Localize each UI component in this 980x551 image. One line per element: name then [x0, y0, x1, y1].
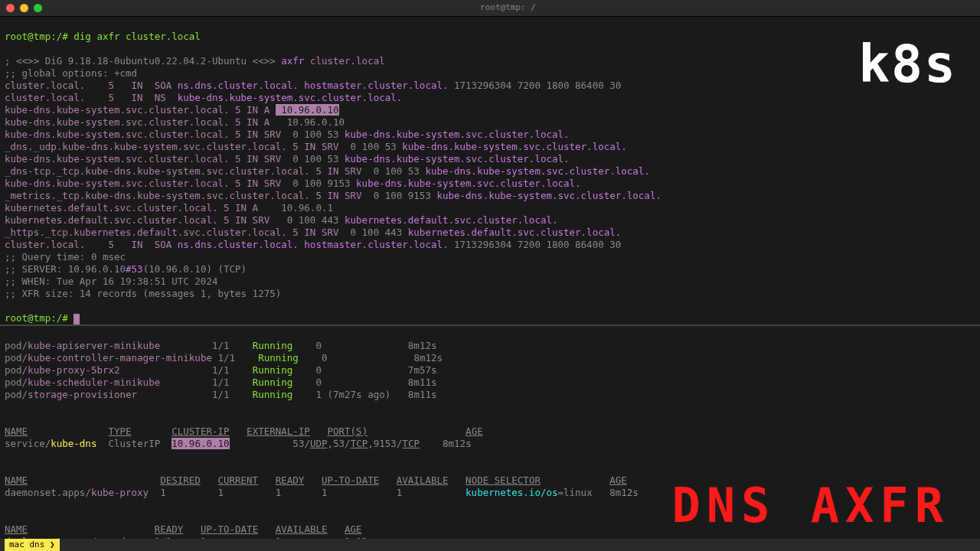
dig-options: ;; global options: +cmd	[5, 67, 137, 79]
shell-prompt-idle: root@tmp:/#	[5, 312, 74, 324]
window-titlebar: root@tmp: /	[0, 0, 980, 17]
dig-header: ; <<>> DiG 9.18.18-0ubuntu0.22.04.2-Ubun…	[5, 55, 281, 67]
dig-zone: cluster.local	[310, 55, 385, 67]
shell-prompt: root@tmp:/# dig axfr cluster.local	[5, 31, 201, 42]
terminal-pane-top[interactable]: root@tmp:/# dig axfr cluster.local ; <<>…	[0, 17, 980, 324]
dig-server-port: #53	[126, 263, 143, 275]
service-table: NAME TYPE CLUSTER-IP EXTERNAL-IP PORT(S)…	[5, 413, 975, 450]
minimize-icon[interactable]	[20, 4, 28, 12]
tmux-statusbar: mac dns ❯	[0, 539, 980, 551]
overlay-text-dns: DNS AXFR	[671, 475, 949, 536]
statusbar-session: mac dns ❯	[5, 539, 60, 551]
close-icon[interactable]	[6, 4, 15, 12]
traffic-lights	[6, 4, 42, 12]
cursor	[74, 314, 80, 324]
dig-records: cluster.local. 5 IN SOA ns.dns.cluster.l…	[5, 80, 975, 251]
dig-footer-xfr: ;; XFR size: 14 records (messages 1, byt…	[5, 288, 281, 299]
window-title: root@tmp: /	[42, 2, 974, 13]
overlay-text-k8s: k8s	[858, 31, 957, 97]
dig-footer-qtime: ;; Query time: 0 msec	[5, 251, 126, 262]
dig-footer-when: ;; WHEN: Tue Apr 16 19:38:51 UTC 2024	[5, 276, 217, 287]
dig-server-suffix: (10.96.0.10) (TCP)	[143, 263, 247, 275]
dig-footer-server: ;; SERVER: 10.96.0.10	[5, 263, 126, 275]
zoom-icon[interactable]	[34, 4, 42, 12]
pod-list: pod/kube-apiserver-minikube 1/1 Running …	[5, 340, 975, 401]
dig-query: axfr	[281, 55, 304, 67]
